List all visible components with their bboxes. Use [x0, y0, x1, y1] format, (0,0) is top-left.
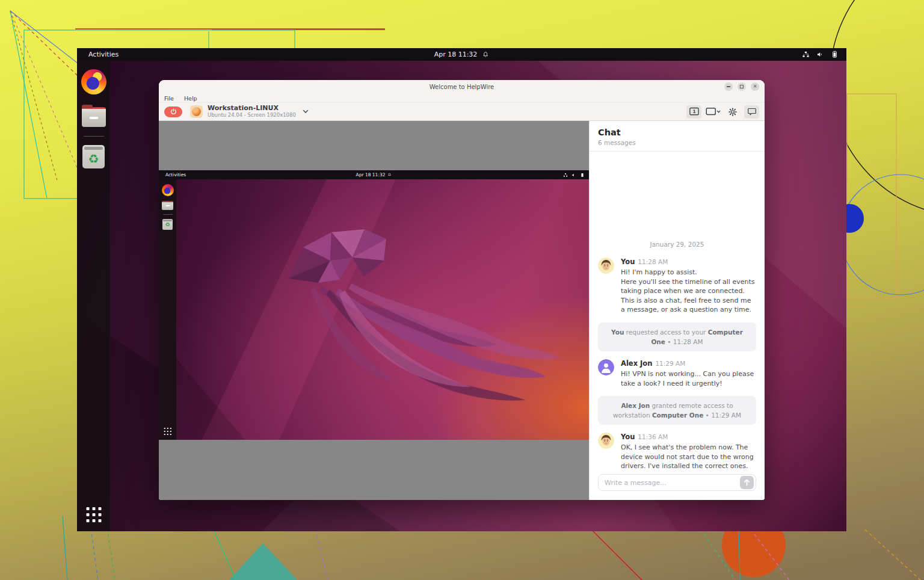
dock-item-trash[interactable]: ♻ [82, 145, 105, 168]
you-avatar [598, 258, 614, 274]
disconnect-button[interactable] [164, 106, 182, 117]
message-time: 11:29 AM [655, 360, 685, 367]
trash-icon: ♻ [162, 219, 173, 230]
chat-input-bar [590, 469, 765, 500]
date-divider: January 29, 2025 [598, 241, 756, 248]
session-toolbar: Workstation-LINUX Ubuntu 24.04 - Screen … [159, 103, 765, 121]
workstation-avatar [190, 105, 203, 118]
battery-icon [831, 51, 839, 58]
maximize-button[interactable] [738, 82, 746, 91]
trash-icon: ♻ [82, 145, 105, 168]
show-apps-button[interactable] [86, 507, 101, 522]
remote-dock: ♻ [159, 179, 176, 440]
message-time: 11:28 AM [638, 258, 668, 265]
remote-top-bar: Activities Apr 18 11:32 [159, 170, 589, 179]
sender-name: You [621, 433, 635, 441]
workstation-info[interactable]: Workstation-LINUX Ubuntu 24.04 - Screen … [208, 105, 296, 119]
display-mode-icon [706, 107, 721, 116]
menu-bar: File Help [159, 94, 765, 103]
volume-icon [816, 51, 824, 58]
monitor-1-icon: 1 [689, 107, 700, 116]
ubuntu-desktop: Activities Apr 18 11:32 [77, 48, 846, 531]
gear-icon [728, 107, 738, 117]
chat-header: Chat 6 messages [590, 121, 765, 152]
dock-separator [84, 136, 104, 137]
send-button[interactable] [740, 476, 754, 489]
chat-message: You11:36 AM OK, I see what's the problem… [598, 433, 756, 469]
bell-icon [482, 51, 489, 58]
you-avatar [598, 433, 614, 449]
files-icon [82, 107, 106, 127]
menu-file[interactable]: File [164, 95, 174, 102]
dock-separator [163, 214, 173, 215]
chat-message: You11:28 AM Hi! I'm happy to assist.Here… [598, 258, 756, 315]
workstation-details: Ubuntu 24.04 - Screen 1920x1080 [208, 112, 296, 119]
show-apps-button [164, 428, 171, 436]
remote-screen-view[interactable]: Activities Apr 18 11:32 [159, 121, 589, 500]
battery-icon [580, 173, 585, 177]
network-icon [802, 51, 810, 58]
message-text: OK, I see what's the problem now. The de… [621, 443, 756, 469]
window-title: Welcome to HelpWire [430, 84, 494, 90]
sender-name: Alex Jon [621, 359, 652, 368]
chat-toggle-button[interactable] [744, 105, 759, 119]
screen-select-button[interactable]: 1 [686, 105, 701, 119]
menu-help[interactable]: Help [184, 95, 197, 102]
message-time: 11:36 AM [638, 433, 668, 440]
arrow-up-icon [744, 479, 750, 486]
clock-label: Apr 18 11:32 [434, 51, 478, 58]
firefox-icon [162, 184, 174, 196]
svg-text:1: 1 [692, 109, 695, 114]
window-titlebar[interactable]: Welcome to HelpWire ✕ [159, 80, 765, 94]
clock-menu[interactable]: Apr 18 11:32 [434, 51, 490, 58]
activities-button[interactable]: Activities [77, 51, 119, 58]
chat-message: Alex Jon11:29 AM Hi! VPN is not working.… [598, 359, 756, 388]
system-event-message: You requested access to your Computer On… [598, 322, 756, 351]
dock: ♻ [77, 61, 110, 531]
dock-item-files[interactable] [82, 107, 106, 127]
chat-bubble-icon [747, 107, 757, 116]
power-icon [170, 108, 177, 115]
chat-title: Chat [598, 128, 756, 137]
bell-icon [387, 173, 392, 177]
files-icon [162, 201, 173, 210]
system-event-message: Alex Jon granted remote access to workst… [598, 396, 756, 425]
helpwire-window: Welcome to HelpWire ✕ File Help Workstat… [159, 80, 765, 500]
jellyfish-wallpaper-art [159, 170, 589, 440]
chat-message-list[interactable]: January 29, 2025 [590, 152, 765, 469]
network-icon [563, 173, 568, 177]
chat-message-count: 6 messages [598, 139, 756, 146]
display-mode-button[interactable] [706, 105, 721, 119]
close-button[interactable]: ✕ [751, 82, 759, 91]
minimize-button[interactable] [724, 82, 733, 91]
system-status-area[interactable] [802, 51, 839, 58]
remote-clock[interactable]: Apr 18 11:32 [356, 172, 392, 177]
remote-status-area [563, 173, 585, 177]
alex-avatar [598, 359, 614, 375]
sender-name: You [621, 258, 635, 266]
remote-ubuntu-desktop: Activities Apr 18 11:32 [159, 170, 589, 440]
remote-clock-label: Apr 18 11:32 [356, 172, 386, 177]
volume-icon [571, 173, 576, 177]
settings-button[interactable] [725, 105, 740, 119]
remote-activities[interactable]: Activities [159, 172, 186, 177]
firefox-icon [81, 69, 106, 94]
message-text: Hi! I'm happy to assist.Here you'll see … [621, 268, 756, 315]
message-input[interactable] [605, 479, 740, 487]
recycle-glyph: ♻ [88, 153, 99, 165]
gnome-top-bar: Activities Apr 18 11:32 [77, 48, 846, 61]
message-text: Hi! VPN is not working... Can you please… [621, 369, 756, 388]
chevron-down-icon[interactable] [303, 110, 309, 114]
workstation-name: Workstation-LINUX [208, 105, 296, 112]
recycle-glyph: ♻ [165, 221, 170, 227]
chat-panel: Chat 6 messages January 29, 2025 [589, 121, 765, 500]
dock-item-firefox[interactable] [81, 69, 106, 94]
